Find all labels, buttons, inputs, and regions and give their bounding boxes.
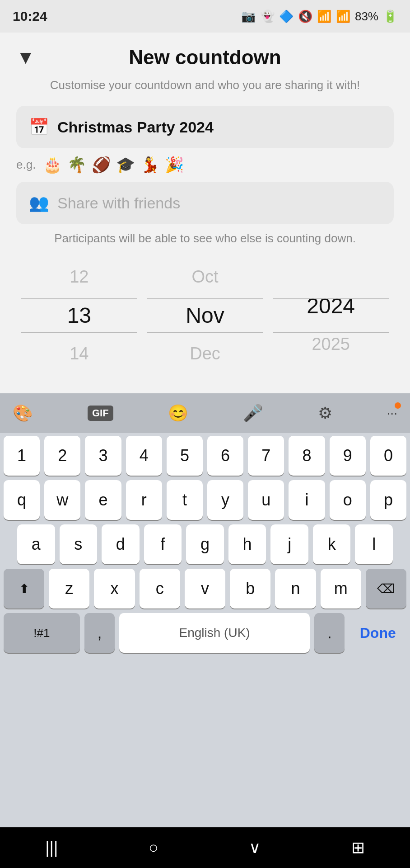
key-h[interactable]: h [228,524,266,564]
calendar-icon: 📅 [29,118,49,137]
key-n[interactable]: n [275,569,316,609]
countdown-name-value: Christmas Party 2024 [57,118,214,136]
key-g[interactable]: g [186,524,224,564]
day-item-below[interactable]: 14 [16,336,142,372]
key-8[interactable]: 8 [289,436,325,476]
status-time: 10:24 [13,9,47,24]
battery-percent: 83% [355,9,378,24]
emoji-toolbar-icon[interactable]: 😊 [168,404,188,423]
key-a[interactable]: a [17,524,55,564]
space-key[interactable]: English (UK) [119,613,310,653]
settings-toolbar-icon[interactable]: ⚙ [318,404,332,423]
key-s[interactable]: s [60,524,98,564]
comma-key[interactable]: , [84,613,115,653]
day-item-above[interactable]: 12 [16,259,142,295]
month-item-selected[interactable]: Nov [142,295,268,336]
key-3[interactable]: 3 [85,436,121,476]
countdown-name-field[interactable]: 📅 Christmas Party 2024 [16,106,394,148]
key-i[interactable]: i [289,480,325,520]
key-9[interactable]: 9 [330,436,366,476]
emoji-graduation[interactable]: 🎓 [116,156,135,174]
bottom-nav: ||| ○ ∨ ⊞ [0,827,410,868]
done-key[interactable]: Done [349,613,406,653]
key-e[interactable]: e [85,480,121,520]
key-z[interactable]: z [49,569,89,609]
year-item-below[interactable]: 2025 [268,326,394,362]
nav-keyboard-icon[interactable]: ⊞ [351,838,365,857]
emoji-suggestions-row: e.g. 🎂 🌴 🏈 🎓 💃 🎉 [16,156,394,174]
emoji-football[interactable]: 🏈 [92,156,111,174]
key-1[interactable]: 1 [4,436,40,476]
qwerty-row: q w e r t y u i o p [4,480,406,520]
share-field[interactable]: 👥 Share with friends [16,182,394,224]
key-x[interactable]: x [94,569,135,609]
key-u[interactable]: u [248,480,284,520]
notification-dot [395,402,401,409]
keyboard-area: 🎨 GIF 😊 🎤 ⚙ ··· 1 2 3 4 5 6 7 8 9 0 q [0,393,410,868]
battery-icon: 🔋 [383,9,397,24]
key-w[interactable]: w [44,480,80,520]
nav-recents-icon[interactable]: ∨ [249,838,261,857]
key-0[interactable]: 0 [370,436,406,476]
key-7[interactable]: 7 [248,436,284,476]
zxcv-row: ⬆ z x c v b n m ⌫ [4,569,406,609]
main-content: ▼ New countdown Customise your countdown… [0,33,410,372]
bluetooth-icon: 🔷 [279,9,294,24]
sticker-toolbar-icon[interactable]: 🎨 [13,404,33,423]
key-j[interactable]: j [270,524,308,564]
gif-label: GIF [92,407,109,419]
key-4[interactable]: 4 [126,436,162,476]
day-column[interactable]: 12 13 14 [16,259,142,372]
key-q[interactable]: q [4,480,40,520]
year-column[interactable]: 2024 2025 [268,269,394,362]
key-k[interactable]: k [313,524,351,564]
special-chars-key[interactable]: !#1 [4,613,80,653]
more-toolbar-button[interactable]: ··· [387,406,397,420]
year-item-selected[interactable]: 2024 [268,285,394,326]
status-bar: 10:24 📷 👻 🔷 🔇 📶 📶 83% 🔋 [0,0,410,33]
back-chevron-icon[interactable]: ▼ [16,47,35,68]
signal-icon: 📶 [336,9,350,24]
share-icon: 👥 [29,193,49,212]
date-picker[interactable]: 12 13 14 Oct Nov Dec 2024 [16,259,394,372]
emoji-beach[interactable]: 🌴 [67,156,86,174]
key-f[interactable]: f [144,524,182,564]
month-item-below[interactable]: Dec [142,336,268,372]
shift-key[interactable]: ⬆ [4,569,44,609]
key-p[interactable]: p [370,480,406,520]
key-t[interactable]: t [167,480,203,520]
gif-toolbar-button[interactable]: GIF [88,406,113,421]
nav-home-icon[interactable]: ○ [149,838,158,857]
key-y[interactable]: y [207,480,243,520]
key-m[interactable]: m [321,569,361,609]
backspace-key[interactable]: ⌫ [366,569,406,609]
emoji-label: e.g. [16,158,36,172]
key-l[interactable]: l [355,524,393,564]
key-b[interactable]: b [230,569,270,609]
bottom-row: !#1 , English (UK) . Done [4,613,406,653]
emoji-celebrate[interactable]: 🎉 [165,156,184,174]
key-d[interactable]: d [102,524,140,564]
wifi-icon: 📶 [317,9,331,24]
key-c[interactable]: c [140,569,180,609]
month-item-above[interactable]: Oct [142,259,268,295]
page-title: New countdown [129,46,281,69]
key-o[interactable]: o [330,480,366,520]
numbers-row: 1 2 3 4 5 6 7 8 9 0 [4,436,406,476]
year-item-above[interactable] [268,269,394,285]
mic-toolbar-icon[interactable]: 🎤 [243,404,263,423]
emoji-party[interactable]: 🎂 [43,156,62,174]
key-v[interactable]: v [185,569,225,609]
key-2[interactable]: 2 [44,436,80,476]
nav-back-icon[interactable]: ||| [45,838,58,857]
day-item-selected[interactable]: 13 [16,295,142,336]
participants-note: Participants will be able to see who els… [16,231,394,245]
header: ▼ New countdown [16,46,394,69]
period-key[interactable]: . [314,613,345,653]
key-5[interactable]: 5 [167,436,203,476]
key-6[interactable]: 6 [207,436,243,476]
emoji-dance[interactable]: 💃 [140,156,159,174]
share-placeholder: Share with friends [57,194,180,212]
month-column[interactable]: Oct Nov Dec [142,259,268,372]
key-r[interactable]: r [126,480,162,520]
